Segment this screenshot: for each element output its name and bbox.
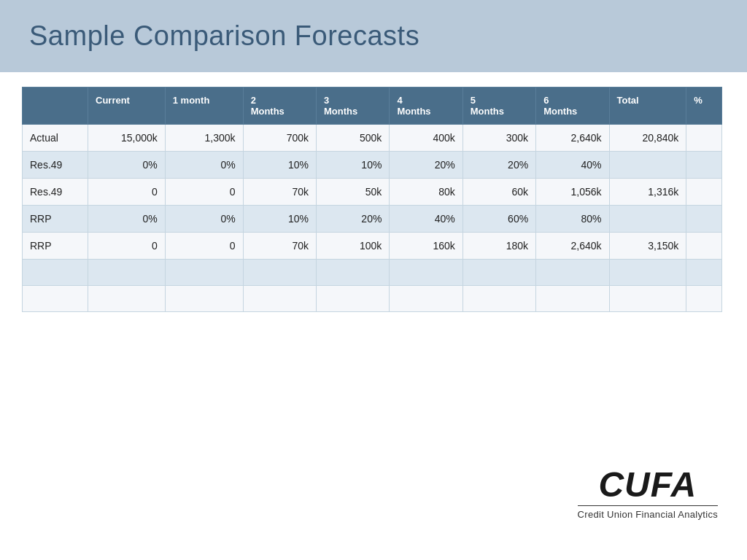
- page-title: Sample Comparison Forecasts: [29, 20, 718, 52]
- cell-months3: 20%: [317, 206, 390, 233]
- table-container: Current 1 month 2Months 3Months 4Months …: [0, 87, 747, 312]
- cell-label: [23, 260, 88, 286]
- cell-pct: [686, 286, 722, 312]
- cell-months6: 80%: [536, 206, 609, 233]
- cell-months4: 160k: [390, 233, 462, 260]
- cell-total: 3,150k: [609, 233, 686, 260]
- cell-months2: 10%: [243, 152, 316, 179]
- cell-months6: 1,056k: [536, 179, 609, 206]
- cell-pct: [686, 179, 722, 206]
- cell-month1: [165, 260, 243, 286]
- col-label: [23, 88, 88, 125]
- col-2months: 2Months: [243, 88, 316, 125]
- cell-months6: [536, 286, 609, 312]
- cell-label: Res.49: [23, 179, 88, 206]
- cell-months4: 400k: [390, 125, 462, 152]
- table-row: [23, 286, 722, 312]
- cell-months5: [462, 260, 535, 286]
- cell-months6: [536, 260, 609, 286]
- cell-total: [609, 260, 686, 286]
- cell-pct: [686, 206, 722, 233]
- cell-months2: 700k: [243, 125, 316, 152]
- cell-pct: [686, 233, 722, 260]
- cell-months3: 50k: [317, 179, 390, 206]
- cell-months2: 70k: [243, 233, 316, 260]
- cell-month1: [165, 286, 243, 312]
- cell-pct: [686, 152, 722, 179]
- cell-months2: 70k: [243, 179, 316, 206]
- cell-months3: 10%: [317, 152, 390, 179]
- cell-months3: [317, 286, 390, 312]
- col-pct: %: [686, 88, 722, 125]
- cell-total: [609, 152, 686, 179]
- cell-pct: [686, 125, 722, 152]
- cell-current: 0: [88, 233, 166, 260]
- cufa-logo: CUFA: [578, 467, 718, 502]
- cell-current: 15,000k: [88, 125, 166, 152]
- cell-month1: 0: [165, 233, 243, 260]
- cell-months4: [390, 286, 462, 312]
- cell-months5: 60%: [462, 206, 535, 233]
- cell-total: 20,840k: [609, 125, 686, 152]
- cell-label: RRP: [23, 206, 88, 233]
- col-3months: 3Months: [317, 88, 390, 125]
- cell-months3: 100k: [317, 233, 390, 260]
- cell-total: [609, 206, 686, 233]
- cell-month1: 0%: [165, 206, 243, 233]
- cell-total: 1,316k: [609, 179, 686, 206]
- cell-months5: [462, 286, 535, 312]
- cell-months4: 80k: [390, 179, 462, 206]
- col-4months: 4Months: [390, 88, 462, 125]
- comparison-table: Current 1 month 2Months 3Months 4Months …: [22, 87, 722, 312]
- cell-months2: [243, 260, 316, 286]
- cell-months5: 180k: [462, 233, 535, 260]
- cell-months4: [390, 260, 462, 286]
- cell-months4: 20%: [390, 152, 462, 179]
- cell-label: RRP: [23, 233, 88, 260]
- col-total: Total: [609, 88, 686, 125]
- cell-months5: 300k: [462, 125, 535, 152]
- table-row: RRP0070k100k160k180k2,640k3,150k: [23, 233, 722, 260]
- cell-current: 0%: [88, 152, 166, 179]
- cell-pct: [686, 260, 722, 286]
- cufa-tagline: Credit Union Financial Analytics: [578, 505, 718, 520]
- cell-months3: 500k: [317, 125, 390, 152]
- cell-current: [88, 286, 166, 312]
- cell-current: [88, 260, 166, 286]
- cell-months6: 2,640k: [536, 125, 609, 152]
- cell-months3: [317, 260, 390, 286]
- cell-month1: 0: [165, 179, 243, 206]
- cufa-branding: CUFA Credit Union Financial Analytics: [578, 467, 718, 520]
- cell-months2: [243, 286, 316, 312]
- cell-months5: 20%: [462, 152, 535, 179]
- cell-label: Res.49: [23, 152, 88, 179]
- table-row: Res.490070k50k80k60k1,056k1,316k: [23, 179, 722, 206]
- col-1month: 1 month: [165, 88, 243, 125]
- cell-months2: 10%: [243, 206, 316, 233]
- col-current: Current: [88, 88, 166, 125]
- cell-current: 0: [88, 179, 166, 206]
- table-row: [23, 260, 722, 286]
- cell-months4: 40%: [390, 206, 462, 233]
- cell-month1: 0%: [165, 152, 243, 179]
- table-row: Actual15,000k1,300k700k500k400k300k2,640…: [23, 125, 722, 152]
- table-header-row: Current 1 month 2Months 3Months 4Months …: [23, 88, 722, 125]
- cell-total: [609, 286, 686, 312]
- cell-month1: 1,300k: [165, 125, 243, 152]
- cell-label: [23, 286, 88, 312]
- cell-label: Actual: [23, 125, 88, 152]
- cell-current: 0%: [88, 206, 166, 233]
- cell-months6: 2,640k: [536, 233, 609, 260]
- header-banner: Sample Comparison Forecasts: [0, 0, 747, 72]
- col-5months: 5Months: [462, 88, 535, 125]
- table-row: RRP0%0%10%20%40%60%80%: [23, 206, 722, 233]
- col-6months: 6Months: [536, 88, 609, 125]
- cell-months5: 60k: [462, 179, 535, 206]
- table-row: Res.490%0%10%10%20%20%40%: [23, 152, 722, 179]
- cell-months6: 40%: [536, 152, 609, 179]
